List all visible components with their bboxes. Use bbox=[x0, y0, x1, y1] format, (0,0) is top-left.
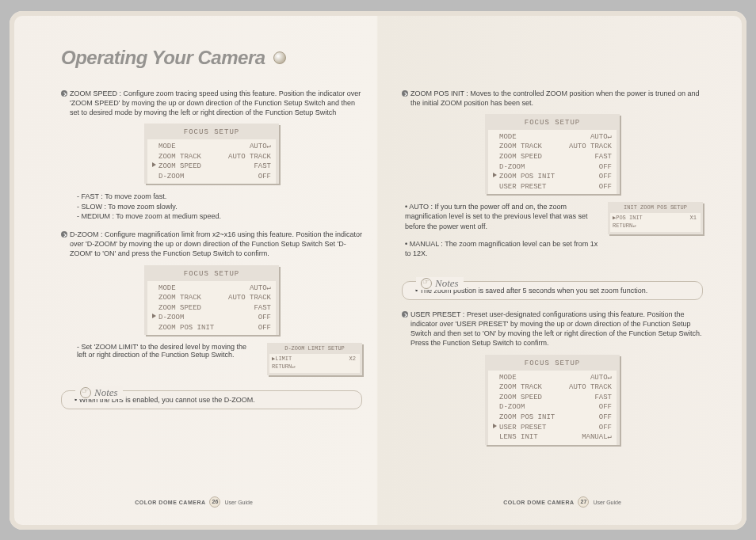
osd-left: ZOOM TRACK bbox=[158, 152, 201, 162]
osd-title: FOCUS SETUP bbox=[485, 355, 620, 371]
hand-icon bbox=[80, 387, 91, 398]
mini-title: D-ZOOM LIMIT SETUP bbox=[267, 343, 362, 354]
osd-row: ZOOM SPEEDFAST bbox=[493, 393, 612, 403]
entry-posinit: ZOOM POS INIT : Moves to the controlled … bbox=[402, 89, 703, 108]
page-title: Operating Your Camera bbox=[61, 47, 265, 69]
mini-right: X1 bbox=[690, 215, 697, 222]
title-orb-icon bbox=[273, 51, 286, 64]
osd-left: ZOOM SPEED bbox=[152, 162, 201, 172]
osd-right: OFF bbox=[258, 313, 271, 323]
osd-right: OFF bbox=[258, 172, 271, 182]
osd-right: OFF bbox=[258, 323, 271, 333]
mini-right: X2 bbox=[349, 356, 356, 363]
page-num-left: 26 bbox=[209, 496, 220, 508]
mini-row: RETURN↵ bbox=[272, 363, 356, 371]
osd-right: OFF bbox=[599, 413, 612, 423]
arrow-bullet-icon bbox=[402, 90, 408, 97]
mini-panel-initzoom: INIT ZOOM POS SETUP ▶POS INITX1RETURN↵ bbox=[608, 202, 703, 234]
osd-right: AUTO↵ bbox=[590, 132, 612, 143]
arrow-bullet-icon bbox=[61, 90, 67, 97]
notes-block: Notes • The zoom postion is saved after … bbox=[402, 277, 703, 300]
osd-body: MODEAUTO↵ZOOM TRACKAUTO TRACKZOOM SPEEDF… bbox=[488, 130, 617, 195]
osd-row: LENS INITMANUAL↵ bbox=[493, 432, 612, 443]
selection-triangle-icon bbox=[152, 314, 156, 318]
osd-left: LENS INIT bbox=[499, 432, 538, 443]
mini-body: ▶POS INITX1RETURN↵ bbox=[610, 213, 701, 232]
osd-left: ZOOM POS INIT bbox=[499, 413, 555, 423]
osd-right: AUTO TRACK bbox=[569, 382, 612, 393]
osd-body: MODEAUTO↵ZOOM TRACKAUTO TRACKZOOM SPEEDF… bbox=[147, 281, 276, 336]
osd-row: USER PRESETOFF bbox=[493, 423, 612, 433]
osd-left: MODE bbox=[499, 373, 517, 383]
osd-left: D-ZOOM bbox=[158, 172, 184, 182]
osd-left: ZOOM TRACK bbox=[158, 293, 201, 303]
osd-panel-userpreset: FOCUS SETUP MODEAUTO↵ZOOM TRACKAUTO TRAC… bbox=[485, 355, 620, 445]
entry-head: ZOOM POS INIT : Moves to the controlled … bbox=[402, 89, 703, 108]
osd-row: D-ZOOMOFF bbox=[493, 162, 612, 173]
osd-right: AUTO TRACK bbox=[569, 142, 612, 152]
mini-left: ▶POS INIT bbox=[613, 215, 643, 222]
selection-triangle-icon bbox=[493, 424, 497, 428]
notes-word: Notes bbox=[94, 386, 118, 399]
mini-left: RETURN↵ bbox=[613, 222, 636, 230]
osd-row: ZOOM POS INITOFF bbox=[493, 413, 612, 423]
opt-manual: • MANUAL : The zoom magnification level … bbox=[405, 239, 598, 258]
osd-row: MODEAUTO↵ bbox=[493, 132, 612, 143]
osd-title: FOCUS SETUP bbox=[485, 114, 620, 130]
page-num-right: 27 bbox=[578, 496, 589, 508]
notes-label: Notes bbox=[75, 386, 123, 399]
opt-text: If you turn the power off and on, the zo… bbox=[405, 203, 588, 230]
notes-word: Notes bbox=[435, 277, 459, 290]
footer-guide: User Guide bbox=[224, 499, 252, 504]
osd-left: MODE bbox=[158, 283, 176, 294]
osd-right: AUTO↵ bbox=[250, 142, 271, 152]
osd-row: ZOOM TRACKAUTO TRACK bbox=[152, 152, 271, 162]
mini-panel-dzoom-limit: D-ZOOM LIMIT SETUP ▶LIMITX2RETURN↵ bbox=[267, 343, 362, 375]
mini-row: RETURN↵ bbox=[613, 222, 697, 230]
entry-zoom-speed: ZOOM SPEED : Configure zoom tracing spee… bbox=[61, 89, 362, 117]
entry-dzoom: D-ZOOM : Configure magnification limit f… bbox=[61, 230, 362, 258]
osd-left: USER PRESET bbox=[499, 182, 546, 192]
entry-userpreset: USER PRESET : Preset user-designated con… bbox=[402, 310, 703, 348]
entry-head: ZOOM SPEED : Configure zoom tracing spee… bbox=[61, 89, 362, 117]
entry-text: ZOOM SPEED : Configure zoom tracing spee… bbox=[70, 89, 362, 117]
osd-right: FAST bbox=[254, 162, 271, 172]
osd-right: FAST bbox=[594, 393, 612, 403]
zoomspeed-opts: - FAST : To move zoom fast.- SLOW : To m… bbox=[61, 192, 362, 222]
osd-row: D-ZOOMOFF bbox=[493, 402, 612, 413]
mini-left: ▶LIMIT bbox=[272, 356, 292, 363]
footer-product: COLOR DOME CAMERA bbox=[135, 499, 205, 504]
posinit-opts: • AUTO : If you turn the power off and o… bbox=[402, 202, 598, 266]
osd-row: MODEAUTO↵ bbox=[493, 373, 612, 383]
osd-right: OFF bbox=[599, 172, 612, 182]
hand-icon bbox=[421, 278, 432, 289]
notes-label: Notes bbox=[416, 277, 464, 290]
opt-label: • MANUAL : bbox=[405, 240, 443, 248]
osd-left: D-ZOOM bbox=[499, 402, 525, 413]
notes-block: Notes • When the DIS is enabled, you can… bbox=[61, 386, 362, 409]
osd-row: USER PRESETOFF bbox=[493, 182, 612, 192]
osd-row: ZOOM SPEEDFAST bbox=[152, 162, 271, 172]
osd-right: OFF bbox=[599, 402, 612, 413]
entry-head: USER PRESET : Preset user-designated con… bbox=[402, 310, 703, 348]
osd-row: ZOOM POS INITOFF bbox=[493, 172, 612, 182]
entry-label: D-ZOOM : bbox=[70, 230, 103, 238]
osd-right: FAST bbox=[594, 152, 612, 162]
osd-row: ZOOM SPEEDFAST bbox=[152, 303, 271, 314]
footer-guide: User Guide bbox=[593, 499, 620, 504]
arrow-bullet-icon bbox=[402, 311, 408, 318]
title-row: Operating Your Camera bbox=[61, 47, 703, 69]
osd-title: FOCUS SETUP bbox=[144, 124, 279, 139]
osd-right: OFF bbox=[599, 423, 612, 433]
selection-triangle-icon bbox=[493, 173, 497, 177]
osd-left: ZOOM POS INIT bbox=[158, 323, 214, 333]
mini-row: ▶POS INITX1 bbox=[613, 215, 697, 222]
osd-body: MODEAUTO↵ZOOM TRACKAUTO TRACKZOOM SPEEDF… bbox=[488, 371, 617, 445]
mini-left: RETURN↵ bbox=[272, 363, 295, 371]
mini-title: INIT ZOOM POS SETUP bbox=[608, 202, 703, 213]
entry-label: ZOOM SPEED : bbox=[70, 89, 121, 97]
footer-right: COLOR DOME CAMERA 27 User Guide bbox=[378, 496, 746, 508]
osd-left: D-ZOOM bbox=[152, 313, 184, 323]
osd-row: D-ZOOMOFF bbox=[152, 313, 271, 323]
osd-row: ZOOM TRACKAUTO TRACK bbox=[152, 293, 271, 303]
